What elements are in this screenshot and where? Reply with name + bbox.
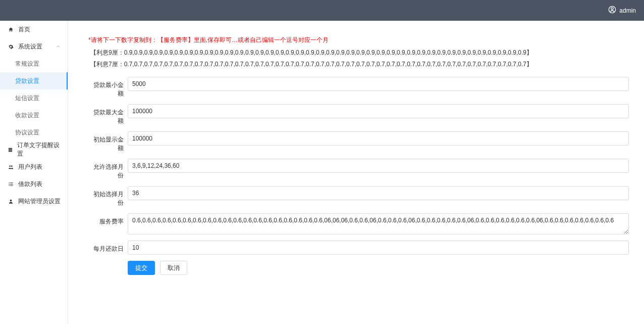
username-label: admin [619,7,636,14]
sidebar-item-loan-list[interactable]: 借款列表 [0,175,68,193]
rate7-value: 0.7,0.7,0.7,0.7,0.7,0.7,0.7,0.7,0.7,0.7,… [124,61,532,68]
rate7-label: 【利息7厘： [90,61,124,68]
user-icon [608,6,619,15]
sidebar-subitem-loan[interactable]: 贷款设置 [0,72,68,89]
sidebar-subitem-payment[interactable]: 收款设置 [0,107,68,124]
chevron-up-icon [56,44,61,49]
submit-button[interactable]: 提交 [128,261,155,275]
form-row-display-amount: 初始显示金额 [88,131,629,153]
initial-month-label: 初始选择月份 [88,186,124,207]
display-amount-label: 初始显示金额 [88,131,124,153]
rate9-value: 0.9,0.9,0.9,0.9,0.9,0.9,0.9,0.9,0.9,0.9,… [124,49,532,56]
sidebar-item-admin[interactable]: 网站管理员设置 [0,193,68,210]
notice-warning: *请将下一下数字复制到：【服务费率】里面,保存即可…或者自己编辑一个逗号对应一个… [88,36,629,44]
max-amount-input[interactable] [128,104,629,118]
sidebar-label: 网站管理员设置 [18,197,61,206]
min-amount-input[interactable] [128,77,629,91]
service-rate-label: 服务费率 [88,213,124,226]
cancel-button[interactable]: 取消 [160,261,187,275]
sidebar-label: 借款列表 [18,180,42,189]
max-amount-label: 贷款最大金额 [88,104,124,125]
form-row-repay-day: 每月还款日 [88,241,629,255]
months-input[interactable] [128,159,629,173]
admin-icon [7,199,14,204]
users-icon [7,164,14,170]
gear-icon [7,44,14,50]
loan-settings-form: 贷款最小金额 贷款最大金额 初始显示金额 允许选择月份 初始选择月份 服务费率 [88,77,629,275]
rate9-label: 【利息9厘： [90,49,124,56]
sidebar-sublabel: 贷款设置 [15,77,39,85]
display-amount-input[interactable] [128,131,629,146]
svg-point-1 [611,8,613,10]
content-area: *请将下一下数字复制到：【服务费率】里面,保存即可…或者自己编辑一个逗号对应一个… [68,21,644,324]
sidebar-sublabel: 短信设置 [15,94,39,103]
notice-block: *请将下一下数字复制到：【服务费率】里面,保存即可…或者自己编辑一个逗号对应一个… [88,36,629,69]
sidebar-item-user-list[interactable]: 用户列表 [0,158,68,175]
sidebar-subitem-general[interactable]: 常规设置 [0,55,68,72]
sidebar-label: 订单文字提醒设置 [17,141,61,158]
form-row-service-rate: 服务费率 [88,213,629,235]
list-icon [7,181,14,187]
service-rate-textarea[interactable] [128,213,629,235]
svg-point-4 [10,199,12,201]
header-user[interactable]: admin [608,6,636,15]
sidebar-subitem-sms[interactable]: 短信设置 [0,89,68,107]
form-row-months: 允许选择月份 [88,159,629,180]
svg-point-3 [11,165,12,167]
svg-point-2 [9,165,11,167]
sidebar-label: 系统设置 [18,42,42,51]
notice-rate9: 【利息9厘：0.9,0.9,0.9,0.9,0.9,0.9,0.9,0.9,0.… [88,49,629,57]
sidebar-item-order-text[interactable]: 订单文字提醒设置 [0,141,68,158]
sidebar-item-system-settings[interactable]: 系统设置 [0,38,68,55]
form-actions: 提交 取消 [128,261,629,275]
initial-month-input[interactable] [128,186,629,200]
document-icon [7,147,13,153]
sidebar-subitem-agreement[interactable]: 协议设置 [0,124,68,141]
sidebar-sublabel: 收款设置 [15,111,39,120]
form-row-max-amount: 贷款最大金额 [88,104,629,125]
repay-day-label: 每月还款日 [88,241,124,253]
home-icon [7,27,14,32]
months-label: 允许选择月份 [88,159,124,180]
sidebar-item-home[interactable]: 首页 [0,21,68,38]
sidebar: 首页 系统设置 常规设置 贷款设置 短信设置 收款设置 协议设置 [0,21,68,324]
form-row-min-amount: 贷款最小金额 [88,77,629,98]
sidebar-label: 首页 [18,25,30,34]
form-row-initial-month: 初始选择月份 [88,186,629,207]
sidebar-label: 用户列表 [18,163,42,171]
min-amount-label: 贷款最小金额 [88,77,124,98]
repay-day-input[interactable] [128,241,629,255]
notice-rate7: 【利息7厘：0.7,0.7,0.7,0.7,0.7,0.7,0.7,0.7,0.… [88,60,629,69]
sidebar-sublabel: 常规设置 [15,60,39,68]
header: admin [0,0,644,21]
sidebar-sublabel: 协议设置 [15,128,39,137]
